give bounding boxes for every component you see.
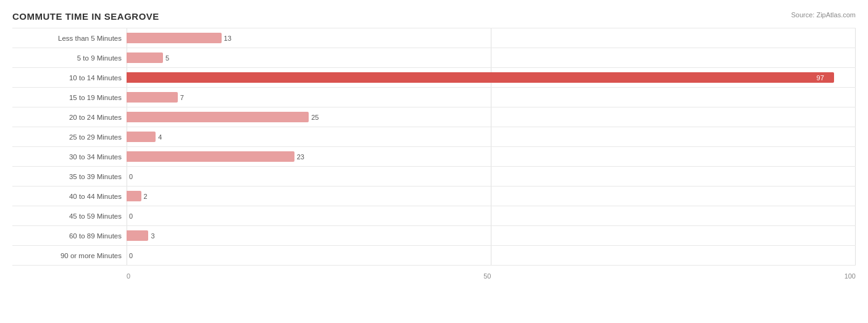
bar-value: 2 bbox=[144, 193, 148, 200]
row-label: 10 to 14 Minutes bbox=[12, 74, 127, 82]
bar-value: 4 bbox=[158, 133, 162, 141]
x-axis: 050100 bbox=[12, 266, 856, 281]
bar-value: 23 bbox=[297, 153, 304, 161]
bar bbox=[127, 151, 294, 162]
row-label: 35 to 39 Minutes bbox=[12, 173, 127, 180]
rows-container: Less than 5 Minutes135 to 9 Minutes510 t… bbox=[12, 28, 856, 266]
bar-area: 0 bbox=[127, 206, 856, 225]
bar bbox=[127, 72, 834, 83]
row-label: Less than 5 Minutes bbox=[12, 35, 127, 42]
bar-value: 25 bbox=[311, 114, 319, 121]
bar-value: 13 bbox=[224, 35, 232, 42]
row-label: 20 to 24 Minutes bbox=[12, 114, 127, 121]
bar bbox=[127, 191, 141, 201]
table-row: 35 to 39 Minutes0 bbox=[12, 167, 856, 187]
table-row: 10 to 14 Minutes97 bbox=[12, 68, 856, 88]
table-row: 60 to 89 Minutes3 bbox=[12, 226, 856, 246]
chart-container: COMMUTE TIME IN SEAGROVE Source: ZipAtla… bbox=[0, 0, 868, 323]
row-label: 30 to 34 Minutes bbox=[12, 153, 127, 161]
bar bbox=[127, 52, 163, 63]
bar bbox=[127, 112, 309, 122]
table-row: 40 to 44 Minutes2 bbox=[12, 187, 856, 206]
chart-header: COMMUTE TIME IN SEAGROVE Source: ZipAtla… bbox=[12, 11, 856, 22]
x-axis-label: 50 bbox=[483, 272, 491, 280]
chart-title: COMMUTE TIME IN SEAGROVE bbox=[12, 11, 159, 22]
table-row: 20 to 24 Minutes25 bbox=[12, 107, 856, 127]
bar-area: 7 bbox=[127, 88, 856, 107]
row-label: 90 or more Minutes bbox=[12, 252, 127, 259]
bar bbox=[127, 33, 222, 43]
bar-value: 7 bbox=[180, 94, 184, 101]
bar-area: 13 bbox=[127, 28, 856, 48]
bar-value: 0 bbox=[129, 252, 133, 259]
row-label: 25 to 29 Minutes bbox=[12, 133, 127, 141]
chart-source: Source: ZipAtlas.com bbox=[791, 11, 856, 19]
x-axis-labels: 050100 bbox=[127, 272, 856, 281]
row-label: 45 to 59 Minutes bbox=[12, 212, 127, 220]
table-row: Less than 5 Minutes13 bbox=[12, 28, 856, 48]
bar-area: 23 bbox=[127, 147, 856, 166]
table-row: 5 to 9 Minutes5 bbox=[12, 48, 856, 68]
bar bbox=[127, 92, 178, 103]
bar-area: 2 bbox=[127, 187, 856, 206]
bar-value: 97 bbox=[817, 74, 853, 82]
table-row: 15 to 19 Minutes7 bbox=[12, 88, 856, 107]
row-label: 60 to 89 Minutes bbox=[12, 232, 127, 240]
bar-value: 5 bbox=[165, 54, 169, 62]
bar-area: 25 bbox=[127, 107, 856, 127]
x-axis-label: 100 bbox=[845, 272, 856, 280]
row-label: 15 to 19 Minutes bbox=[12, 94, 127, 101]
bar-area: 4 bbox=[127, 127, 856, 146]
table-row: 25 to 29 Minutes4 bbox=[12, 127, 856, 147]
table-row: 90 or more Minutes0 bbox=[12, 246, 856, 266]
table-row: 30 to 34 Minutes23 bbox=[12, 147, 856, 167]
chart-area: Less than 5 Minutes135 to 9 Minutes510 t… bbox=[12, 28, 856, 281]
bar-value: 0 bbox=[129, 173, 133, 180]
bar-area: 0 bbox=[127, 246, 856, 265]
x-axis-label: 0 bbox=[127, 272, 130, 280]
bar-area: 3 bbox=[127, 226, 856, 245]
bar-value: 3 bbox=[151, 232, 154, 240]
bar-area: 5 bbox=[127, 48, 856, 67]
bar-value: 0 bbox=[129, 212, 133, 220]
bar bbox=[127, 132, 156, 142]
bar-area: 0 bbox=[127, 167, 856, 186]
row-label: 5 to 9 Minutes bbox=[12, 54, 127, 62]
bar bbox=[127, 230, 148, 241]
row-label: 40 to 44 Minutes bbox=[12, 193, 127, 200]
bar-area: 97 bbox=[127, 68, 856, 87]
table-row: 45 to 59 Minutes0 bbox=[12, 206, 856, 226]
